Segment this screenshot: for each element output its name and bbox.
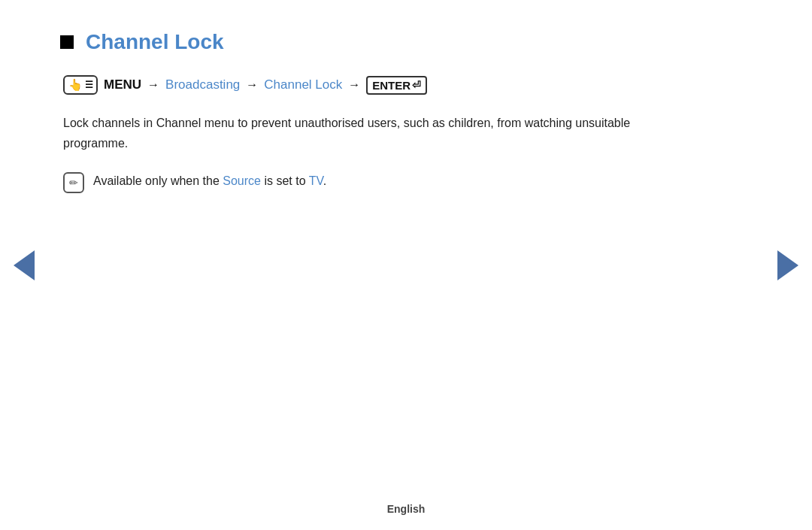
note-icon: ✏ [63, 172, 84, 193]
note-link-source[interactable]: Source [223, 174, 261, 187]
enter-button-box: ENTER⏎ [366, 76, 427, 95]
note-text-before: Available only when the [93, 174, 223, 187]
note-link-tv[interactable]: TV [309, 174, 323, 187]
footer-language: English [387, 503, 426, 515]
enter-arrow-icon: ⏎ [412, 79, 421, 91]
section-title: Channel Lock [86, 30, 224, 54]
note-text: Available only when the Source is set to… [93, 171, 326, 191]
finger-icon: 👆 [68, 78, 83, 92]
note-row: ✏ Available only when the Source is set … [63, 171, 677, 193]
note-text-middle: is set to [261, 174, 309, 187]
breadcrumb-menu-label: MENU [104, 77, 141, 92]
breadcrumb-link-channel-lock[interactable]: Channel Lock [264, 77, 342, 92]
black-square-icon [60, 35, 74, 49]
breadcrumb-arrow-2: → [246, 78, 258, 92]
menu-bars-icon: ☰ [85, 80, 92, 90]
breadcrumb-arrow-3: → [348, 78, 360, 92]
enter-label: ENTER [372, 79, 411, 92]
note-text-after: . [323, 174, 326, 187]
description-text: Lock channels in Channel menu to prevent… [63, 113, 677, 153]
breadcrumb-link-broadcasting[interactable]: Broadcasting [165, 77, 240, 92]
nav-arrow-left[interactable] [14, 250, 35, 280]
menu-icon-box: 👆 ☰ [63, 75, 98, 95]
breadcrumb: 👆 ☰ MENU → Broadcasting → Channel Lock →… [63, 75, 677, 95]
section-title-row: Channel Lock [60, 30, 677, 54]
breadcrumb-arrow-1: → [147, 78, 159, 92]
nav-arrow-right[interactable] [777, 250, 798, 280]
